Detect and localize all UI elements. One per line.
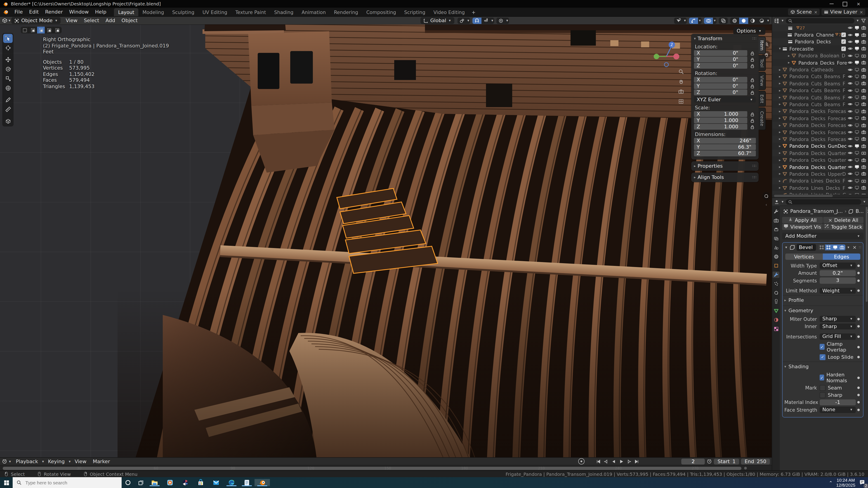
modifier-toggle-realtime[interactable] — [832, 245, 838, 250]
pivot-point[interactable]: ▾ — [458, 18, 470, 24]
tool-rotate[interactable] — [3, 65, 13, 74]
expander-icon[interactable]: ▸ — [778, 109, 782, 113]
eye-icon[interactable] — [848, 53, 852, 58]
bevel-affect-edges[interactable]: Edges — [823, 254, 860, 260]
animate-dot[interactable]: ● — [856, 325, 861, 328]
eye-icon[interactable] — [848, 102, 852, 107]
eye-icon[interactable] — [848, 178, 852, 184]
outliner-row[interactable]: ▸Pandora_Cuts_Beams_F — [772, 73, 868, 80]
viewport-visibility-icon[interactable] — [855, 60, 860, 65]
viewport-visibility-icon[interactable] — [855, 151, 860, 156]
apply-all-button[interactable]: Apply All — [782, 217, 823, 223]
lock-icon[interactable] — [749, 90, 756, 95]
expander-icon[interactable]: ▸ — [778, 102, 782, 106]
shading-material-preview-icon[interactable] — [748, 18, 757, 24]
properties-tab-particles[interactable] — [773, 281, 779, 287]
select-mode-invert[interactable] — [45, 27, 53, 33]
outliner-row[interactable]: Pandora_Decks✓ — [772, 38, 868, 45]
outliner-row[interactable]: ▸Pandora_Decks_GunDec — [772, 142, 868, 150]
outliner-row[interactable]: ▸Pandora_Decks_UpperD — [772, 170, 868, 177]
tool-add-cube[interactable] — [3, 117, 13, 126]
breadcrumb-modifier[interactable]: B... — [856, 208, 864, 214]
viewport-visibility-icon[interactable] — [855, 74, 860, 79]
taskbar-app-game[interactable] — [178, 479, 193, 486]
eye-icon[interactable] — [848, 116, 852, 121]
timeline-editor-icon[interactable] — [2, 459, 7, 464]
viewport-visibility-icon[interactable] — [855, 25, 860, 30]
value-field-amount[interactable]: 0.2" — [819, 270, 856, 276]
eye-icon[interactable] — [848, 39, 852, 44]
dropdown-inner[interactable]: Sharp▾ — [819, 323, 856, 329]
outliner-row[interactable]: ▸Pandora_Cuts_Beams_F — [772, 101, 868, 108]
viewport-visibility-icon[interactable] — [855, 32, 860, 37]
breadcrumb-object[interactable]: Pandora_Transom_J... — [790, 208, 843, 214]
menu-render[interactable]: Render — [42, 8, 66, 16]
next-keyframe-button[interactable] — [625, 458, 632, 464]
render-visibility-icon[interactable] — [861, 123, 866, 128]
outliner-row[interactable]: ▸Pandora_Lines_Decks_F — [772, 177, 868, 184]
dimensions-field-z[interactable]: Z60.7" — [694, 151, 756, 156]
animate-dot[interactable]: ● — [856, 279, 861, 283]
taskbar-clock[interactable]: 10:24 AM 12/8/2025 — [836, 478, 855, 488]
select-mode-extend[interactable] — [29, 27, 37, 33]
outliner-row[interactable]: ▸Pandora_Lines_Decks_G — [772, 191, 868, 194]
taskbar-app-mail[interactable] — [209, 479, 224, 486]
render-visibility-icon[interactable] — [861, 53, 866, 58]
menu-window[interactable]: Window — [66, 8, 92, 16]
viewport-visibility-icon[interactable] — [855, 39, 860, 44]
current-frame-field[interactable]: 2 — [681, 458, 705, 464]
expander-icon[interactable]: ▸ — [778, 165, 782, 169]
n-panel-tab-view[interactable]: View — [758, 72, 766, 90]
eye-icon[interactable] — [848, 171, 852, 176]
visibility-toggle[interactable]: ▾ — [674, 18, 687, 24]
cortana-button[interactable] — [122, 477, 134, 488]
timeline-menu-playback[interactable]: Playback — [13, 458, 41, 465]
animate-dot[interactable]: ● — [856, 408, 861, 412]
collapse-arrow-icon[interactable]: ‹ — [762, 202, 770, 207]
transform-orientation[interactable]: Global ▾ — [421, 17, 454, 24]
viewport-menu-object[interactable]: Object — [118, 17, 141, 24]
animate-dot[interactable]: ● — [856, 400, 861, 404]
n-panel-tab-create[interactable]: Create — [758, 108, 766, 130]
viewport-visibility-icon[interactable] — [855, 67, 860, 72]
tab-shading[interactable]: Shading — [270, 8, 298, 16]
play-button[interactable] — [618, 458, 625, 464]
tab-layout[interactable]: Layout — [114, 8, 138, 16]
render-visibility-icon[interactable] — [861, 102, 866, 107]
navigation-gizmo[interactable]: Z — [652, 38, 681, 67]
render-visibility-icon[interactable] — [861, 67, 866, 72]
expander-icon[interactable]: ▸ — [778, 123, 782, 127]
outliner-row[interactable]: ▸Pandora_Decks_Forecas — [772, 122, 868, 129]
viewport-visibility-icon[interactable] — [855, 192, 860, 194]
task-view-button[interactable] — [134, 477, 147, 488]
eye-icon[interactable] — [848, 144, 852, 149]
animate-dot[interactable]: ● — [856, 335, 861, 338]
outliner-row[interactable]: ▸Pandora_Decks_Fore — [772, 59, 868, 66]
eye-icon[interactable] — [848, 158, 852, 162]
tool-annotate[interactable] — [3, 95, 13, 104]
search-input[interactable] — [24, 480, 103, 486]
grip-icon[interactable]: ∷∷ — [752, 164, 756, 168]
perspective-grid-icon[interactable] — [678, 98, 684, 104]
lock-icon[interactable] — [749, 84, 756, 89]
tool-measure[interactable] — [3, 105, 13, 114]
render-visibility-icon[interactable] — [861, 164, 866, 169]
render-visibility-icon[interactable] — [861, 185, 866, 190]
lock-icon[interactable] — [749, 77, 756, 83]
shading-rendered-icon[interactable] — [757, 18, 766, 24]
tab-video-editing[interactable]: Video Editing — [430, 8, 469, 16]
viewport-visibility-icon[interactable] — [855, 164, 860, 169]
properties-search[interactable] — [786, 199, 861, 204]
checkbox-loop-slide[interactable]: ✓ — [819, 354, 826, 360]
outliner-row[interactable]: ▸Pandora_Catheads — [772, 66, 868, 73]
rotation-field-y[interactable]: Y0° — [694, 83, 747, 89]
eye-icon[interactable] — [848, 192, 852, 194]
tab-scripting[interactable]: Scripting — [400, 8, 429, 16]
outliner-row[interactable]: ▸Pandora_Lines_Decks_F — [772, 184, 868, 191]
view-layer-unlink-icon[interactable]: × — [860, 10, 863, 14]
outliner-row[interactable]: ▸Pandora_Decks_Forecas — [772, 115, 868, 122]
add-modifier-dropdown[interactable]: Add Modifier ▾ — [782, 233, 864, 239]
expander-icon[interactable]: ▸ — [778, 158, 782, 162]
animate-dot[interactable]: ● — [856, 271, 861, 275]
value-field-material-index[interactable]: -1 — [819, 399, 856, 405]
